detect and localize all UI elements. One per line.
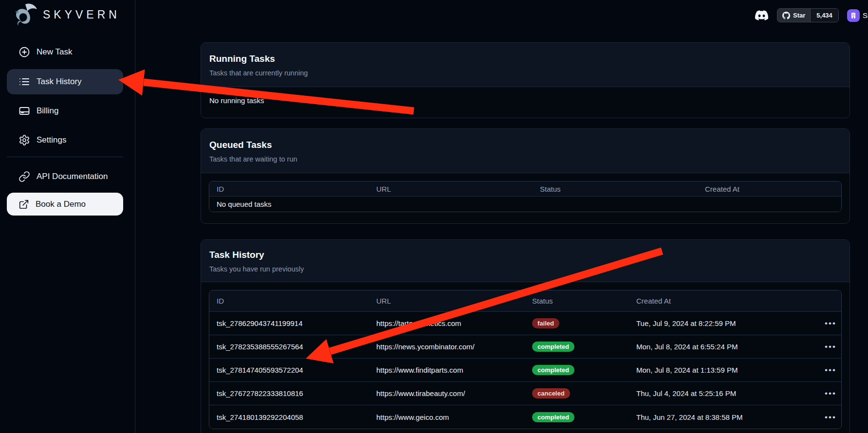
created-at-cell: Mon, Jul 8, 2024 at 1:13:59 PM [636,366,825,374]
sidebar-item-label: API Documentation [37,172,108,181]
column-header-url: URL [376,297,532,305]
sidebar-item-label: Settings [37,135,66,145]
task-url-cell: https://www.geico.com [376,413,532,421]
task-id-cell: tsk_278147405593572204 [217,366,376,374]
row-actions-button[interactable]: ••• [825,389,836,397]
task-url-cell: https://www.finditparts.com [376,366,532,374]
running-tasks-card: Running Tasks Tasks that are currently r… [201,42,850,118]
card-subtitle: Tasks that are waiting to run [209,155,841,163]
link-icon [18,171,30,182]
status-badge: completed [532,365,574,375]
queued-tasks-card: Queued Tasks Tasks that are waiting to r… [201,128,850,224]
task-history-rows: tsk_278629043741199914https://tartecosme… [209,312,841,429]
status-badge: completed [532,342,574,352]
column-header-status: Status [540,185,705,193]
queued-tasks-empty-message: No queued tasks [217,200,841,208]
gear-icon [18,134,30,146]
task-id-cell: tsk_274180139292204058 [217,413,376,421]
created-at-cell: Mon, Jul 8, 2024 at 6:55:24 PM [636,343,825,351]
book-a-demo-label: Book a Demo [36,199,86,209]
table-row[interactable]: tsk_278235388555267564https://news.ycomb… [209,335,841,359]
running-tasks-empty-message: No running tasks [201,87,850,114]
queued-tasks-header: Queued Tasks Tasks that are waiting to r… [201,129,850,173]
logo-wordmark: SKYVERN [43,8,120,21]
github-star-widget[interactable]: Star 5,434 [777,8,839,22]
skyvern-dragon-icon [13,3,38,26]
sidebar-item-label: New Task [37,47,72,57]
column-header-status: Status [532,297,636,305]
column-header-id: ID [217,185,376,193]
table-row[interactable]: tsk_278147405593572204https://www.findit… [209,359,841,382]
status-badge: canceled [532,388,570,398]
row-actions-button[interactable]: ••• [825,319,836,327]
sidebar: SKYVERN New Task Task History Billing Se… [0,0,135,433]
list-icon [18,76,30,88]
sidebar-item-new-task[interactable]: New Task [7,39,123,65]
skyvern-logo: SKYVERN [13,3,120,26]
task-url-cell: https://news.ycombinator.com/ [376,343,532,351]
plus-circle-icon [18,46,30,58]
task-url-cell: https://www.tirabeauty.com/ [376,389,532,397]
task-history-table: ID URL Status Created At tsk_27862904374… [209,290,842,429]
column-header-url: URL [376,185,540,193]
sidebar-divider [7,157,123,157]
github-star-count: 5,434 [810,9,838,22]
external-link-icon [18,199,29,210]
card-title: Task History [209,250,841,260]
sidebar-item-task-history[interactable]: Task History [7,69,123,94]
created-at-cell: Tue, Jul 9, 2024 at 8:22:59 PM [636,319,825,327]
queued-tasks-table: ID URL Status Created At No queued tasks [209,181,842,212]
task-history-card: Task History Tasks you have run previous… [201,239,850,433]
task-url-cell: https://tartecosmetics.com [376,319,532,327]
row-actions-button[interactable]: ••• [825,366,836,374]
sidebar-item-billing[interactable]: Billing [7,98,123,124]
github-star-label: Star [793,12,805,19]
created-at-cell: Thu, Jun 27, 2024 at 8:38:58 PM [636,413,825,421]
column-header-created-at: Created At [636,297,825,305]
row-actions-button[interactable]: ••• [825,343,836,351]
user-avatar[interactable] [847,9,860,22]
user-name-label: Sk [863,11,868,19]
row-actions-button[interactable]: ••• [825,413,836,421]
organization-building-icon [850,12,857,19]
card-subtitle: Tasks that are currently running [209,69,841,77]
status-badge: failed [532,318,559,328]
book-a-demo-button[interactable]: Book a Demo [7,193,123,216]
sidebar-item-label: Task History [37,77,82,87]
table-row[interactable]: tsk_274180139292204058https://www.geico.… [209,405,841,429]
table-row[interactable]: tsk_276727822333810816https://www.tirabe… [209,382,841,405]
column-header-id: ID [217,297,376,305]
table-header-row: ID URL Status Created At [209,290,841,312]
sidebar-item-api-documentation[interactable]: API Documentation [7,164,123,189]
task-id-cell: tsk_276727822333810816 [217,389,376,397]
discord-icon[interactable] [755,9,768,22]
status-badge: completed [532,412,574,422]
task-id-cell: tsk_278235388555267564 [217,343,376,351]
created-at-cell: Thu, Jul 4, 2024 at 5:25:16 PM [636,389,825,397]
queued-tasks-empty-row: No queued tasks [209,197,841,212]
column-header-created-at: Created At [705,185,841,193]
running-tasks-header: Running Tasks Tasks that are currently r… [201,43,850,87]
task-id-cell: tsk_278629043741199914 [217,319,376,327]
card-title: Running Tasks [209,54,841,64]
card-title: Queued Tasks [209,140,841,150]
github-icon [782,12,790,19]
sidebar-item-settings[interactable]: Settings [7,127,123,153]
sidebar-item-label: Billing [37,106,58,116]
card-subtitle: Tasks you have run previously [209,265,841,273]
table-header-row: ID URL Status Created At [209,181,841,197]
credit-card-icon [18,105,30,117]
table-row[interactable]: tsk_278629043741199914https://tartecosme… [209,312,841,335]
task-history-header: Task History Tasks you have run previous… [201,240,850,282]
